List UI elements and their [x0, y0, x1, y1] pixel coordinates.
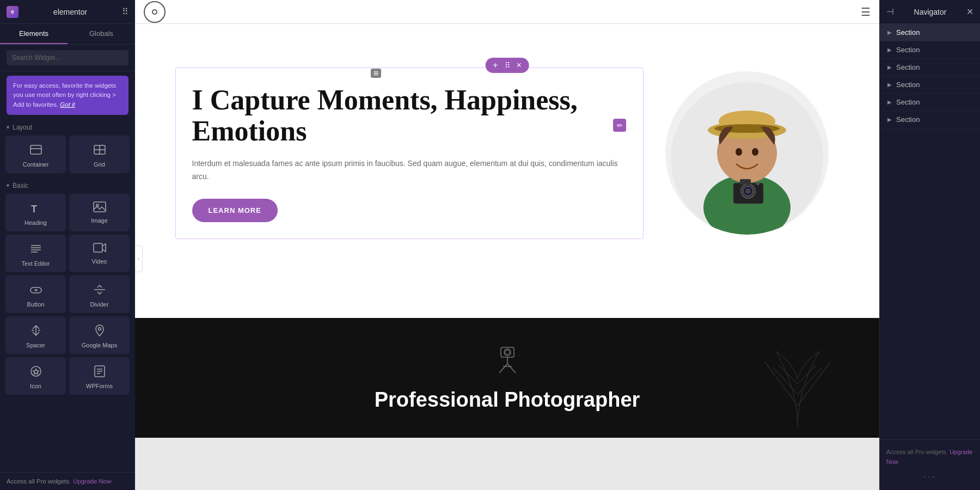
widget-icon[interactable]: Icon [5, 357, 66, 395]
left-sidebar: e elementor ⠿ Elements Globals For easy … [0, 0, 135, 490]
hero-body-text: Interdum et malesuada fames ac ante ipsu… [192, 157, 627, 183]
nav-item-section-1[interactable]: ▶ Section [880, 24, 980, 41]
nav-arrow-1: ▶ [887, 29, 892, 35]
svg-rect-38 [740, 179, 751, 185]
widget-image[interactable]: Image [69, 194, 130, 231]
navigator-close-button[interactable]: ✕ [966, 7, 973, 17]
navigator-title: Navigator [914, 8, 947, 16]
navigator-panel: ⊣ Navigator ✕ ▶ Section ▶ Section ▶ Sect… [879, 0, 980, 490]
navigator-ellipsis: ... [886, 467, 973, 482]
widget-divider-label: Divider [90, 301, 108, 308]
widget-heading-label: Heading [24, 219, 47, 226]
widget-image-label: Image [91, 217, 108, 224]
hamburger-menu[interactable]: ☰ [861, 5, 871, 19]
spacer-icon [29, 324, 42, 339]
footer-content: Professional Photographer [375, 345, 640, 412]
focus-inner [152, 9, 157, 15]
hero-section[interactable]: + ⠿ × ⊞ ✏ I Capture Moments, Happiness, … [135, 24, 879, 318]
navigator-footer-text: Access all Pro widgets. [886, 449, 948, 455]
hero-image-column [654, 71, 840, 235]
grid-indicator: ⊞ [371, 69, 381, 78]
nav-item-label-5: Section [896, 98, 920, 106]
video-icon [93, 242, 106, 255]
svg-rect-12 [94, 243, 102, 252]
got-it-link[interactable]: Got it [60, 101, 75, 108]
widget-wpforms[interactable]: WPForms [69, 357, 130, 395]
widget-container[interactable]: Container [5, 136, 66, 173]
focus-icon[interactable] [144, 1, 166, 23]
widget-heading[interactable]: T Heading [5, 194, 66, 231]
sidebar-search-container [0, 45, 135, 71]
edit-element-button[interactable]: ✏ [613, 119, 626, 132]
widget-container-label: Container [23, 161, 49, 168]
sidebar-tabs: Elements Globals [0, 24, 135, 45]
image-icon [93, 201, 106, 214]
footer-dark-section: Professional Photographer [135, 318, 879, 438]
widget-spacer[interactable]: Spacer [5, 316, 66, 354]
canvas-topbar: ☰ [135, 0, 879, 24]
widget-video[interactable]: Video [69, 235, 130, 272]
search-input[interactable] [7, 50, 128, 65]
widget-google-maps[interactable]: Google Maps [69, 316, 130, 354]
tab-elements[interactable]: Elements [0, 24, 68, 44]
icon-widget-icon [29, 365, 42, 379]
svg-rect-6 [94, 202, 106, 212]
hero-text-column: I Capture Moments, Happiness, Emotions I… [175, 68, 644, 239]
photographer-image [665, 71, 829, 235]
navigator-header: ⊣ Navigator ✕ [880, 0, 980, 24]
svg-point-39 [756, 182, 759, 185]
sidebar-upgrade-link[interactable]: Upgrade Now [73, 478, 111, 485]
hero-heading: I Capture Moments, Happiness, Emotions [192, 84, 627, 146]
nav-item-section-6[interactable]: ▶ Section [880, 111, 980, 128]
svg-text:T: T [31, 204, 37, 215]
nav-item-section-3[interactable]: ▶ Section [880, 59, 980, 76]
widget-icon-label: Icon [30, 383, 41, 389]
camera-tripod-icon [375, 345, 640, 379]
nav-item-label-1: Section [896, 28, 920, 36]
widget-google-maps-label: Google Maps [82, 342, 117, 348]
basic-widget-grid: T Heading Image [0, 192, 135, 399]
svg-point-21 [31, 366, 41, 376]
main-canvas-area: ☰ + ⠿ × ⊞ ✏ I Capture Moments, Happiness… [135, 0, 879, 490]
widget-button[interactable]: Button [5, 275, 66, 313]
nav-arrow-2: ▶ [887, 47, 892, 53]
navigator-back-button[interactable]: ⊣ [886, 7, 894, 17]
nav-item-section-5[interactable]: ▶ Section [880, 94, 980, 111]
sidebar-collapse-handle[interactable]: ‹ [135, 245, 143, 272]
navigator-items-list: ▶ Section ▶ Section ▶ Section ▶ Section … [880, 24, 980, 128]
svg-line-45 [507, 364, 516, 373]
heading-icon: T [29, 201, 42, 216]
move-element-button[interactable]: ⠿ [503, 60, 512, 71]
nav-item-label-3: Section [896, 63, 920, 71]
nav-item-label-6: Section [896, 115, 920, 124]
wpforms-icon [93, 365, 106, 379]
navigator-footer: Access all Pro widgets. Upgrade Now ... [880, 439, 980, 490]
hero-cta-button[interactable]: LEARN MORE [192, 199, 278, 222]
widget-divider[interactable]: Divider [69, 275, 130, 313]
divider-icon [93, 283, 106, 298]
nav-item-section-2[interactable]: ▶ Section [880, 41, 980, 59]
tab-globals[interactable]: Globals [68, 24, 135, 44]
svg-point-20 [98, 327, 101, 330]
close-element-button[interactable]: × [514, 60, 524, 71]
sidebar-footer: Access all Pro widgets. Upgrade Now [0, 472, 135, 490]
svg-point-42 [505, 350, 510, 354]
widget-grid[interactable]: Grid [69, 136, 130, 173]
grid-icon[interactable]: ⠿ [122, 7, 128, 17]
nav-item-section-4[interactable]: ▶ Section [880, 76, 980, 94]
footer-text: Access all Pro widgets. [7, 478, 71, 485]
widget-wpforms-label: WPForms [86, 383, 113, 389]
svg-rect-0 [30, 145, 41, 154]
nav-arrow-6: ▶ [887, 117, 892, 122]
nav-arrow-5: ▶ [887, 99, 892, 105]
widget-text-editor[interactable]: Text Editor [5, 235, 66, 272]
sidebar-header: e elementor ⠿ [0, 0, 135, 24]
nav-item-label-2: Section [896, 46, 920, 54]
svg-point-32 [736, 148, 742, 156]
svg-line-44 [499, 364, 507, 373]
elementor-logo: e [7, 6, 19, 18]
add-element-button[interactable]: + [491, 60, 500, 71]
nav-arrow-3: ▶ [887, 64, 892, 70]
widget-text-editor-label: Text Editor [22, 260, 50, 267]
app-name: elementor [19, 8, 122, 16]
